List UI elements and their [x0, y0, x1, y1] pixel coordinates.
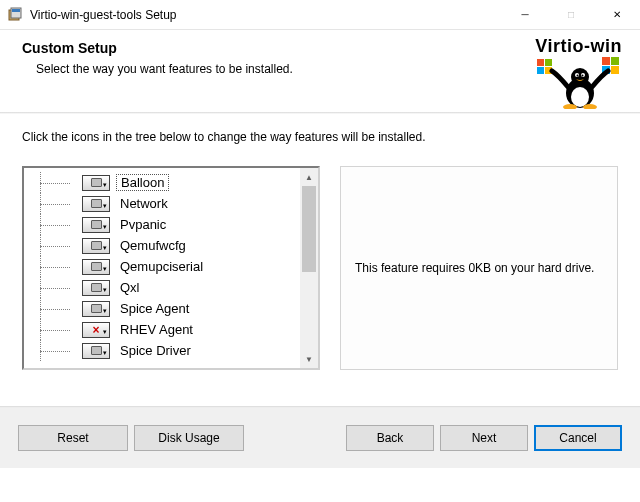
feature-label[interactable]: Spice Driver — [116, 343, 195, 358]
chevron-down-icon: ▾ — [103, 265, 107, 273]
svg-point-12 — [571, 87, 589, 107]
scroll-thumb[interactable] — [302, 186, 316, 272]
chevron-down-icon: ▾ — [103, 202, 107, 210]
page-heading: Custom Setup — [22, 40, 618, 56]
chevron-down-icon: ▾ — [103, 307, 107, 315]
feature-row[interactable]: ▾Balloon — [26, 172, 300, 193]
scroll-up-button[interactable]: ▲ — [300, 168, 318, 186]
wizard-header: Custom Setup Select the way you want fea… — [0, 30, 640, 112]
feature-excluded-icon[interactable]: ×▾ — [82, 322, 110, 338]
feature-row[interactable]: ▾Pvpanic — [26, 214, 300, 235]
drive-icon — [91, 346, 102, 355]
svg-point-17 — [582, 75, 584, 77]
feature-row[interactable]: ▾Spice Driver — [26, 340, 300, 361]
feature-install-icon[interactable]: ▾ — [82, 280, 110, 296]
brand-logo: Virtio-win — [535, 36, 622, 109]
feature-row[interactable]: ×▾RHEV Agent — [26, 319, 300, 340]
svg-rect-8 — [611, 57, 619, 65]
feature-row[interactable]: ▾Network — [26, 193, 300, 214]
chevron-down-icon: ▾ — [103, 244, 107, 252]
drive-icon — [91, 283, 102, 292]
next-button[interactable]: Next — [440, 425, 528, 451]
feature-label[interactable]: Network — [116, 196, 172, 211]
feature-install-icon[interactable]: ▾ — [82, 196, 110, 212]
back-button[interactable]: Back — [346, 425, 434, 451]
wizard-body: Click the icons in the tree below to cha… — [0, 114, 640, 378]
svg-point-16 — [577, 75, 579, 77]
feature-install-icon[interactable]: ▾ — [82, 217, 110, 233]
drive-icon — [91, 262, 102, 271]
feature-row[interactable]: ▾Spice Agent — [26, 298, 300, 319]
svg-rect-2 — [12, 9, 20, 12]
minimize-button[interactable]: ─ — [502, 0, 548, 30]
feature-install-icon[interactable]: ▾ — [82, 301, 110, 317]
feature-install-icon[interactable]: ▾ — [82, 238, 110, 254]
drive-icon — [91, 199, 102, 208]
svg-rect-4 — [545, 59, 552, 66]
chevron-down-icon: ▾ — [103, 223, 107, 231]
feature-row[interactable]: ▾Qemufwcfg — [26, 235, 300, 256]
feature-label[interactable]: Balloon — [116, 174, 169, 191]
drive-icon — [91, 241, 102, 250]
tux-windows-icon — [536, 57, 622, 109]
feature-install-icon[interactable]: ▾ — [82, 175, 110, 191]
feature-install-icon[interactable]: ▾ — [82, 343, 110, 359]
svg-rect-10 — [611, 66, 619, 74]
feature-description-text: This feature requires 0KB on your hard d… — [355, 260, 594, 277]
brand-text: Virtio-win — [535, 36, 622, 56]
window-title: Virtio-win-guest-tools Setup — [30, 8, 177, 22]
feature-description-panel: This feature requires 0KB on your hard d… — [340, 166, 618, 370]
drive-icon — [91, 178, 102, 187]
svg-rect-3 — [537, 59, 544, 66]
disk-usage-button[interactable]: Disk Usage — [134, 425, 244, 451]
close-button[interactable]: ✕ — [594, 0, 640, 30]
scroll-down-button[interactable]: ▼ — [300, 350, 318, 368]
feature-label[interactable]: Qemufwcfg — [116, 238, 190, 253]
feature-label[interactable]: Pvpanic — [116, 217, 170, 232]
chevron-down-icon: ▾ — [103, 181, 107, 189]
chevron-down-icon: ▾ — [103, 328, 107, 336]
wizard-footer: Reset Disk Usage Back Next Cancel — [0, 408, 640, 468]
page-subheading: Select the way you want features to be i… — [36, 62, 618, 76]
feature-label[interactable]: Qxl — [116, 280, 144, 295]
svg-point-13 — [571, 68, 589, 86]
reset-button[interactable]: Reset — [18, 425, 128, 451]
installer-icon — [8, 7, 24, 23]
chevron-down-icon: ▾ — [103, 286, 107, 294]
feature-label[interactable]: RHEV Agent — [116, 322, 197, 337]
feature-tree[interactable]: ▾Balloon▾Network▾Pvpanic▾Qemufwcfg▾Qemup… — [22, 166, 320, 370]
feature-label[interactable]: Spice Agent — [116, 301, 193, 316]
tree-scrollbar[interactable]: ▲ ▼ — [300, 168, 318, 368]
svg-rect-5 — [537, 67, 544, 74]
chevron-down-icon: ▾ — [103, 349, 107, 357]
feature-row[interactable]: ▾Qxl — [26, 277, 300, 298]
drive-icon — [91, 220, 102, 229]
feature-label[interactable]: Qemupciserial — [116, 259, 207, 274]
instructions-text: Click the icons in the tree below to cha… — [22, 130, 618, 144]
feature-row[interactable]: ▾Qemupciserial — [26, 256, 300, 277]
cancel-button[interactable]: Cancel — [534, 425, 622, 451]
scroll-track[interactable] — [300, 186, 318, 350]
title-bar: Virtio-win-guest-tools Setup ─ □ ✕ — [0, 0, 640, 30]
feature-install-icon[interactable]: ▾ — [82, 259, 110, 275]
svg-rect-7 — [602, 57, 610, 65]
drive-icon — [91, 304, 102, 313]
maximize-button: □ — [548, 0, 594, 30]
